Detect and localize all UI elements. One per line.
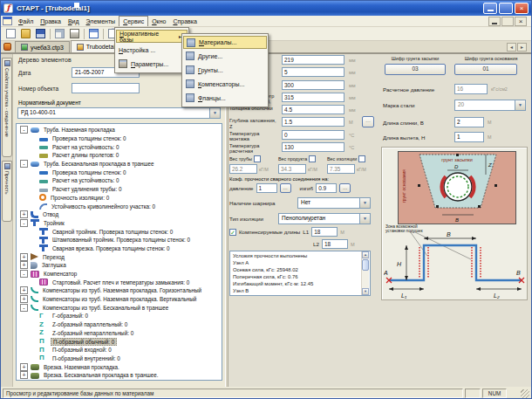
- tree-row[interactable]: Расчет длины пролетов: 0: [17, 151, 222, 160]
- submenu-item[interactable]: Компенсаторы...: [183, 77, 267, 91]
- tree-row[interactable]: + Переход: [17, 252, 222, 261]
- design-pressure-input[interactable]: 16: [454, 84, 488, 94]
- child-minimize-button[interactable]: [488, 17, 501, 26]
- chevron-down-icon[interactable]: ▼: [359, 214, 370, 224]
- tree-row[interactable]: Расчет удлинения трубы: 0: [17, 185, 222, 194]
- tree-row[interactable]: Расчет на устойчивость: 0: [17, 142, 222, 151]
- tree-row[interactable]: Прочность изоляции: 0: [17, 194, 222, 203]
- expand-toggle[interactable]: +: [20, 295, 28, 303]
- tree-row[interactable]: Z-образный параллельный: 0: [17, 320, 222, 329]
- side-tab-strength[interactable]: Прочность: [2, 161, 12, 222]
- child-close-button[interactable]: ×: [515, 17, 527, 26]
- menubar-item[interactable]: Окно: [148, 16, 169, 27]
- bend-coef-input[interactable]: 0.9: [316, 183, 337, 193]
- expand-toggle[interactable]: -: [20, 304, 28, 312]
- menubar-item[interactable]: Элементы: [83, 16, 119, 27]
- tree-row[interactable]: Расчет на устойчивость: 0: [17, 176, 222, 185]
- tree-row[interactable]: + Отвод: [17, 210, 222, 219]
- norm-document-select[interactable]: РД 10-400-01 ▼: [17, 107, 221, 119]
- soil-base-button[interactable]: 01: [454, 64, 517, 75]
- tree-row[interactable]: - Компенсаторы из труб. Бесканальный в т…: [17, 303, 222, 312]
- menu-item[interactable]: Параметры...: [116, 57, 188, 71]
- tree-row[interactable]: Сварной тройник. Проверка толщины стенок…: [17, 227, 222, 236]
- toolbar-button[interactable]: [86, 27, 101, 40]
- expand-toggle[interactable]: +: [20, 210, 28, 218]
- form-value-input[interactable]: 1.5: [282, 117, 344, 127]
- scroll-down-icon[interactable]: ▼: [362, 288, 369, 295]
- tree-row[interactable]: + Компенсаторы из труб. Наземная проклад…: [17, 286, 222, 295]
- browse-button[interactable]: …: [362, 116, 374, 127]
- object-number-field[interactable]: [72, 83, 140, 93]
- expand-toggle[interactable]: -: [20, 270, 28, 278]
- form-value-input[interactable]: 5: [282, 67, 344, 77]
- expand-toggle[interactable]: -: [20, 219, 28, 227]
- weight-value[interactable]: 34.3: [278, 164, 306, 174]
- tree-row[interactable]: П-образный обычный: 0: [17, 337, 222, 346]
- insulation-type-select[interactable]: Пенополиуретан ▼: [278, 213, 371, 224]
- expand-toggle[interactable]: -: [20, 160, 28, 168]
- results-scrollbar[interactable]: ▲ ▼: [361, 251, 369, 295]
- chevron-down-icon[interactable]: ▼: [359, 198, 370, 208]
- chevron-down-icon[interactable]: ▼: [209, 108, 220, 118]
- tree-row[interactable]: - Труба. Наземная прокладка: [17, 126, 222, 134]
- menu-item[interactable]: Настройка ...: [116, 43, 188, 57]
- tree-row[interactable]: Устойчивость криволинейного участка: 0: [17, 202, 222, 210]
- tree-row[interactable]: Сварная врезка. Проверка толщины стенок:…: [17, 244, 222, 253]
- expand-toggle[interactable]: +: [20, 253, 28, 261]
- back-length-input[interactable]: 2: [454, 117, 484, 127]
- lengths-checkbox[interactable]: ✓: [229, 229, 236, 236]
- l1-input[interactable]: 18: [311, 227, 338, 237]
- form-value-input[interactable]: 0: [282, 130, 344, 140]
- tree-row[interactable]: Проверка толщины стенок: 0: [17, 134, 222, 143]
- form-value-input[interactable]: 300: [282, 80, 344, 90]
- tree-row[interactable]: Z-образный непараллельный: 0: [17, 329, 222, 338]
- soil-fill-button[interactable]: 03: [385, 64, 446, 75]
- close-button[interactable]: ×: [515, 3, 529, 14]
- submenu-item[interactable]: Грунты...: [183, 63, 267, 77]
- pressure-coef-browse-button[interactable]: ...: [280, 183, 291, 193]
- toolbar-button[interactable]: [52, 27, 67, 40]
- menubar-item[interactable]: Правка: [37, 16, 65, 27]
- tree-row[interactable]: - Компенсатор: [17, 270, 222, 279]
- menubar-item[interactable]: Файл: [15, 16, 37, 27]
- weight-value[interactable]: 7.35: [327, 164, 355, 174]
- expand-toggle[interactable]: +: [20, 363, 28, 371]
- toolbar-button[interactable]: [18, 27, 33, 40]
- form-value-input[interactable]: 219: [282, 55, 344, 65]
- steel-grade-select[interactable]: 20 ▼: [454, 100, 526, 111]
- tab-scroll-right-icon[interactable]: ►: [517, 43, 527, 52]
- document-tab[interactable]: учеба3.ctp3: [15, 41, 70, 52]
- chevron-down-icon[interactable]: ▼: [515, 100, 525, 110]
- menubar-item[interactable]: Вид: [65, 16, 83, 27]
- tree-row[interactable]: + Заглушка: [17, 261, 222, 270]
- scroll-up-icon[interactable]: ▲: [362, 251, 369, 258]
- tab-scroll-left-icon[interactable]: ◄: [507, 43, 516, 52]
- submenu-item[interactable]: Материалы...: [183, 36, 267, 49]
- form-value-input[interactable]: 315: [282, 93, 344, 102]
- submenu-item[interactable]: Фланцы...: [183, 91, 267, 105]
- pressure-coef-input[interactable]: 1: [256, 183, 277, 193]
- tree-row[interactable]: Г-образный: 0: [17, 312, 222, 320]
- tree-row[interactable]: - Труба. Бесканальная прокладка в транше…: [17, 160, 222, 169]
- toolbar-button[interactable]: [67, 27, 82, 40]
- tree-row[interactable]: П-образный внутренний: 0: [17, 354, 222, 363]
- offset-length-input[interactable]: 1: [454, 132, 484, 142]
- weight-checkbox[interactable]: [254, 155, 261, 162]
- expand-toggle[interactable]: +: [20, 261, 28, 269]
- child-restore-button[interactable]: [501, 17, 514, 26]
- menubar-item[interactable]: Сервис: [119, 16, 148, 26]
- form-value-input[interactable]: 4.5: [282, 105, 344, 114]
- tree-row[interactable]: + Врезка. Наземная прокладка.: [17, 362, 222, 371]
- expand-toggle[interactable]: +: [20, 286, 28, 294]
- restore-button[interactable]: [499, 3, 513, 14]
- side-tab-properties[interactable]: Свойства участка - соединение: [2, 58, 12, 157]
- tree-row[interactable]: Проверка толщины стенок: 0: [17, 168, 222, 176]
- weight-checkbox[interactable]: [309, 155, 316, 162]
- weight-value[interactable]: 26.2: [229, 164, 257, 174]
- menubar-item[interactable]: Справка: [169, 16, 200, 27]
- menu-item[interactable]: Нормативные базы ►: [116, 30, 188, 43]
- weight-checkbox[interactable]: [358, 155, 365, 162]
- l2-input[interactable]: 18: [322, 239, 348, 249]
- tree-row[interactable]: + Врезка. Бесканальная прокладка в транш…: [17, 371, 222, 380]
- tree-row[interactable]: Стартовый. Расчет плеч и температуры зам…: [17, 278, 222, 286]
